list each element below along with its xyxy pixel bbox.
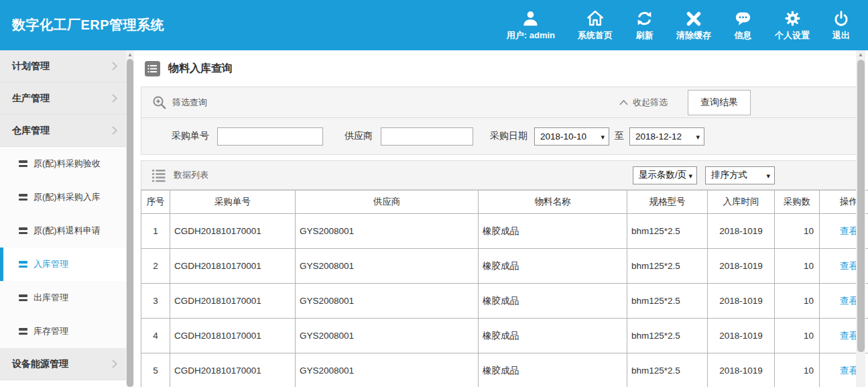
- sidebar-item-stock-mgmt[interactable]: 库存管理: [0, 315, 126, 348]
- chevron-right-icon: [112, 62, 117, 70]
- list-bars-icon: [19, 294, 27, 301]
- view-link[interactable]: 查看: [840, 226, 858, 236]
- sidebar-scrollbar-thumb[interactable]: [127, 59, 133, 387]
- cell-material: 橡胶成品: [479, 284, 627, 319]
- cell-purchase-no: CGDH201810170001: [170, 214, 296, 249]
- page-size-select[interactable]: 显示条数/页: [633, 166, 697, 184]
- sidebar-item-label: 设备能源管理: [12, 358, 68, 370]
- nav-user[interactable]: 用户: admin: [495, 9, 566, 42]
- date-to-label: 至: [615, 130, 624, 142]
- dropdown-arrow-icon: [696, 131, 700, 142]
- filter-fields: 采购单号 供应商 采购日期 2018-10-10 至 2018-12-12: [141, 118, 861, 154]
- zoom-search-icon: [152, 95, 167, 110]
- nav-settings[interactable]: 个人设置: [763, 9, 821, 42]
- nav-logout[interactable]: 退出: [821, 9, 861, 42]
- date-to-value: 2018-12-12: [635, 131, 682, 142]
- cell-seq: 5: [141, 353, 170, 387]
- data-list-icon: [152, 168, 168, 183]
- cell-qty: 10: [775, 214, 820, 249]
- cell-purchase-no: CGDH201810170001: [170, 249, 296, 284]
- sidebar-item-production-mgmt[interactable]: 生产管理: [0, 82, 126, 115]
- main-scrollbar[interactable]: [856, 50, 865, 387]
- page-title: 物料入库查询: [168, 62, 233, 76]
- nav-home[interactable]: 系统首页: [566, 9, 624, 42]
- view-link[interactable]: 查看: [840, 366, 858, 376]
- chevron-up-icon: [619, 100, 628, 105]
- data-list-bar: 数据列表 显示条数/页 排序方式: [141, 160, 861, 190]
- main-scrollbar-thumb[interactable]: [857, 60, 865, 352]
- cell-material: 橡胶成品: [479, 249, 627, 284]
- cell-purchase-no: CGDH201810170001: [170, 353, 296, 387]
- date-to-select[interactable]: 2018-12-12: [629, 127, 704, 146]
- cell-purchase-no: CGDH201810170001: [170, 319, 296, 353]
- col-purchase-no: 采购单号: [170, 190, 296, 214]
- nav-messages[interactable]: 信息: [723, 9, 763, 42]
- query-result-button[interactable]: 查询结果: [688, 90, 751, 115]
- purchase-no-input[interactable]: [217, 127, 323, 146]
- cell-supplier: GYS2008001: [296, 353, 479, 387]
- col-seq: 序号: [141, 190, 170, 214]
- chevron-right-icon: [112, 360, 117, 368]
- cell-seq: 3: [141, 284, 170, 319]
- sidebar-scrollbar[interactable]: [126, 50, 134, 387]
- supplier-input[interactable]: [381, 127, 473, 146]
- cell-spec: bhm125*2.5: [627, 214, 708, 249]
- sidebar-item-plan-mgmt[interactable]: 计划管理: [0, 50, 126, 82]
- nav-refresh[interactable]: 刷新: [624, 9, 665, 42]
- cell-qty: 10: [775, 353, 820, 387]
- sort-mode-select[interactable]: 排序方式: [705, 166, 775, 184]
- scroll-up-icon[interactable]: [856, 50, 865, 59]
- list-bars-icon: [19, 194, 27, 201]
- sidebar-item-equipment-energy-mgmt[interactable]: 设备能源管理: [0, 348, 126, 380]
- sidebar-item-raw-material-inbound[interactable]: 原(配)料采购入库: [0, 180, 126, 214]
- cell-material: 橡胶成品: [479, 353, 627, 387]
- filter-header: 筛选查询 收起筛选 查询结果: [141, 87, 861, 118]
- table-row: 1 CGDH201810170001 GYS2008001 橡胶成品 bhm12…: [141, 214, 868, 249]
- chevron-right-icon: [112, 126, 117, 135]
- cell-spec: bhm125*2.5: [627, 284, 708, 319]
- sidebar-item-warehouse-mgmt[interactable]: 仓库管理: [0, 115, 126, 147]
- table-header-row: 序号 采购单号 供应商 物料名称 规格型号 入库时间 采购数 操作: [141, 190, 868, 214]
- page-title-bar: 物料入库查询: [134, 50, 868, 87]
- supplier-label: 供应商: [345, 130, 373, 142]
- purchase-date-label: 采购日期: [490, 130, 528, 142]
- date-from-select[interactable]: 2018-10-10: [534, 127, 609, 146]
- col-qty: 采购数: [775, 190, 820, 214]
- date-from-value: 2018-10-10: [540, 131, 586, 142]
- col-supplier: 供应商: [296, 190, 479, 214]
- cell-inbound-time: 2018-1019: [708, 284, 775, 319]
- cell-inbound-time: 2018-1019: [708, 319, 775, 353]
- logout-icon: [832, 9, 850, 27]
- col-inbound-time: 入库时间: [708, 190, 775, 214]
- sidebar-item-label: 出库管理: [34, 292, 68, 304]
- cell-supplier: GYS2008001: [296, 249, 479, 284]
- collapse-filter-toggle[interactable]: 收起筛选: [619, 97, 668, 109]
- dropdown-arrow-icon: [688, 170, 692, 180]
- table-row: 4 CGDH201810170001 GYS2008001 橡胶成品 bhm12…: [141, 319, 868, 353]
- top-header: 数字化工厂ERP管理系统 用户: admin 系统首页: [0, 0, 868, 50]
- view-link[interactable]: 查看: [840, 331, 858, 341]
- view-link[interactable]: 查看: [840, 261, 858, 271]
- view-link[interactable]: 查看: [840, 296, 858, 306]
- cell-seq: 1: [141, 214, 170, 249]
- sidebar-item-raw-material-acceptance[interactable]: 原(配)料采购验收: [0, 147, 126, 180]
- sidebar: 计划管理 生产管理 仓库管理 原(配)料采购验收 原(配)料采购入库: [0, 50, 134, 387]
- nav-clear-cache[interactable]: 清除缓存: [665, 9, 723, 42]
- cell-material: 橡胶成品: [479, 214, 627, 249]
- settings-icon: [784, 9, 802, 27]
- sidebar-item-outbound-mgmt[interactable]: 出库管理: [0, 281, 126, 315]
- cell-seq: 2: [141, 249, 170, 284]
- sidebar-item-inbound-mgmt[interactable]: 入库管理: [0, 247, 126, 281]
- dropdown-arrow-icon: [766, 170, 770, 180]
- sidebar-item-label: 原(配)料采购入库: [34, 191, 101, 203]
- scroll-up-icon[interactable]: [126, 50, 134, 59]
- col-material: 物料名称: [479, 190, 627, 214]
- cell-spec: bhm125*2.5: [627, 353, 708, 387]
- cell-material: 橡胶成品: [479, 319, 627, 353]
- cell-qty: 10: [775, 249, 820, 284]
- sidebar-item-raw-material-return[interactable]: 原(配)料退料申请: [0, 214, 126, 247]
- cell-qty: 10: [775, 319, 820, 353]
- sidebar-item-label: 原(配)料退料申请: [34, 225, 101, 237]
- cell-purchase-no: CGDH201810170001: [170, 284, 296, 319]
- cell-supplier: GYS2008001: [296, 284, 479, 319]
